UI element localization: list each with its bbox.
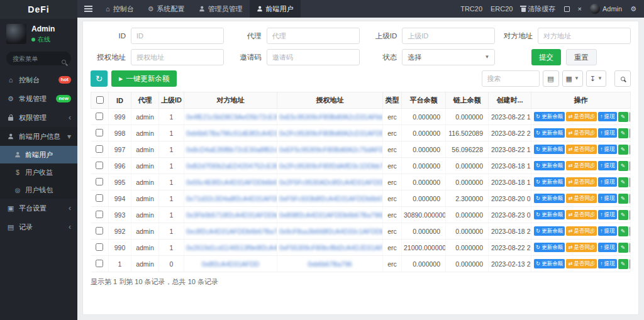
filter-input-parent-id[interactable] bbox=[402, 28, 495, 44]
sync-button[interactable]: ⇄是否同步 bbox=[566, 194, 597, 203]
gear-icon[interactable]: ⚙ bbox=[630, 5, 636, 13]
status-select[interactable]: 选择 ▼ bbox=[402, 49, 495, 65]
sync-button[interactable]: ⇄是否同步 bbox=[566, 226, 597, 236]
update-balance-button[interactable]: ↻更新余额 bbox=[534, 145, 565, 154]
edit-button[interactable]: ✎ bbox=[618, 194, 628, 204]
row-checkbox[interactable] bbox=[96, 178, 103, 185]
withdraw-button[interactable]: ↑提现 bbox=[598, 128, 616, 138]
sidebar-item-frontend-user[interactable]: 前端用户 bbox=[0, 146, 77, 163]
update-balance-button[interactable]: ↻更新余额 bbox=[534, 177, 565, 187]
sync-button[interactable]: ⇄是否同步 bbox=[566, 259, 597, 268]
update-balance-button[interactable]: ↻更新余额 bbox=[534, 226, 565, 236]
tab-admin-management[interactable]: 管理员管理 bbox=[192, 0, 250, 18]
delete-button[interactable] bbox=[630, 161, 631, 171]
sidebar-item-records[interactable]: ▤ 记录 ‹ bbox=[0, 218, 77, 236]
docs-icon[interactable] bbox=[564, 6, 570, 12]
col-id[interactable]: ID bbox=[109, 92, 131, 109]
update-balance-button[interactable]: ↻更新余额 bbox=[534, 210, 565, 219]
edit-button[interactable]: ✎ bbox=[618, 259, 628, 269]
sync-button[interactable]: ⇄是否同步 bbox=[566, 128, 597, 138]
row-checkbox[interactable] bbox=[96, 194, 103, 202]
edit-button[interactable]: ✎ bbox=[618, 128, 628, 138]
row-checkbox[interactable] bbox=[96, 243, 103, 251]
delete-button[interactable] bbox=[630, 259, 631, 269]
edit-button[interactable]: ✎ bbox=[618, 161, 628, 171]
update-balance-button[interactable]: ↻更新余额 bbox=[534, 259, 565, 268]
filter-input-id[interactable] bbox=[131, 28, 224, 44]
filter-input-invite-code[interactable] bbox=[267, 49, 360, 65]
delete-button[interactable] bbox=[630, 243, 631, 253]
update-balance-button[interactable]: ↻更新余额 bbox=[534, 128, 565, 138]
sync-button[interactable]: ⇄是否同步 bbox=[566, 243, 597, 252]
col-type[interactable]: 类型 bbox=[383, 92, 402, 109]
col-auth-address[interactable]: 授权地址 bbox=[277, 92, 383, 109]
col-platform-balance[interactable]: 平台余额 bbox=[402, 92, 446, 109]
filter-input-address[interactable] bbox=[538, 28, 631, 44]
reset-button[interactable]: 重置 bbox=[566, 49, 597, 65]
select-all-checkbox[interactable] bbox=[96, 96, 104, 104]
trc20-link[interactable]: TRC20 bbox=[460, 5, 482, 13]
table-search-input[interactable] bbox=[482, 70, 540, 87]
delete-button[interactable] bbox=[630, 177, 631, 187]
tab-frontend-user[interactable]: 前端用户 bbox=[250, 0, 301, 18]
edit-button[interactable]: ✎ bbox=[618, 226, 628, 236]
row-checkbox[interactable] bbox=[96, 227, 103, 234]
sidebar-item-user-wallet[interactable]: ◎ 用户钱包 bbox=[0, 181, 77, 199]
withdraw-button[interactable]: ↑提现 bbox=[598, 177, 616, 187]
search-toggle-button[interactable] bbox=[614, 70, 631, 87]
clear-cache-button[interactable]: 清除缓存 bbox=[521, 4, 556, 14]
sidebar-item-dashboard[interactable]: ⌂ 控制台 hot bbox=[0, 70, 77, 89]
edit-button[interactable]: ✎ bbox=[618, 145, 628, 155]
sidebar-item-platform-settings[interactable]: ▣ 平台设置 ‹ bbox=[0, 199, 77, 218]
row-checkbox[interactable] bbox=[96, 129, 103, 136]
col-address[interactable]: 对方地址 bbox=[184, 92, 277, 109]
toggle-view-button[interactable]: ▤ bbox=[543, 70, 559, 87]
edit-button[interactable]: ✎ bbox=[618, 210, 628, 220]
update-balance-button[interactable]: ↻更新余额 bbox=[534, 112, 565, 121]
sidebar-item-frontend-user-info[interactable]: 前端用户信息 ▾ bbox=[0, 127, 77, 146]
sidebar-item-user-earnings[interactable]: $ 用户收益 bbox=[0, 163, 77, 181]
update-balance-button[interactable]: ↻更新余额 bbox=[534, 161, 565, 170]
delete-button[interactable] bbox=[630, 210, 631, 220]
erc20-link[interactable]: ERC20 bbox=[491, 5, 513, 13]
edit-button[interactable]: ✎ bbox=[618, 112, 628, 122]
filter-input-agent[interactable] bbox=[267, 28, 360, 44]
sync-button[interactable]: ⇄是否同步 bbox=[566, 177, 597, 187]
delete-button[interactable] bbox=[630, 194, 631, 204]
refresh-button[interactable]: ↻ bbox=[91, 70, 108, 87]
row-checkbox[interactable] bbox=[96, 211, 103, 218]
admin-menu[interactable]: Admin bbox=[590, 4, 622, 14]
delete-button[interactable] bbox=[630, 112, 631, 122]
row-checkbox[interactable] bbox=[96, 260, 103, 267]
sync-button[interactable]: ⇄是否同步 bbox=[566, 210, 597, 219]
submit-button[interactable]: 提交 bbox=[531, 49, 561, 65]
withdraw-button[interactable]: ↑提现 bbox=[598, 145, 616, 154]
withdraw-button[interactable]: ↑提现 bbox=[598, 112, 616, 121]
withdraw-button[interactable]: ↑提现 bbox=[598, 259, 616, 268]
update-balance-button[interactable]: ↻更新余额 bbox=[534, 194, 565, 203]
col-chain-balance[interactable]: 链上余额 bbox=[446, 92, 489, 109]
row-checkbox[interactable] bbox=[96, 145, 103, 153]
col-created[interactable]: 创建时... bbox=[489, 92, 531, 109]
delete-button[interactable] bbox=[630, 145, 631, 155]
row-checkbox[interactable] bbox=[96, 113, 103, 120]
withdraw-button[interactable]: ↑提现 bbox=[598, 210, 616, 219]
export-button[interactable]: ↧▼ bbox=[586, 70, 606, 87]
update-balance-button[interactable]: ↻更新余额 bbox=[534, 243, 565, 252]
row-checkbox[interactable] bbox=[96, 162, 103, 169]
tab-dashboard[interactable]: ⌂ 控制台 bbox=[99, 0, 141, 18]
withdraw-button[interactable]: ↑提现 bbox=[598, 194, 616, 203]
sync-button[interactable]: ⇄是否同步 bbox=[566, 161, 597, 170]
close-icon[interactable]: × bbox=[578, 5, 582, 13]
filter-input-auth-address[interactable] bbox=[131, 49, 224, 65]
withdraw-button[interactable]: ↑提现 bbox=[598, 161, 616, 170]
col-parent-id[interactable]: 上级ID bbox=[159, 92, 184, 109]
sidebar-item-permissions[interactable]: 权限管理 ‹ bbox=[0, 108, 77, 127]
tab-system-config[interactable]: ⚙ 系统配置 bbox=[141, 0, 192, 18]
columns-button[interactable]: ▦▼ bbox=[562, 70, 583, 87]
col-agent[interactable]: 代理 bbox=[131, 92, 159, 109]
menu-toggle-button[interactable] bbox=[77, 0, 99, 18]
sync-button[interactable]: ⇄是否同步 bbox=[566, 145, 597, 154]
withdraw-button[interactable]: ↑提现 bbox=[598, 226, 616, 236]
sidebar-item-general[interactable]: ⚙ 常规管理 new bbox=[0, 89, 77, 108]
